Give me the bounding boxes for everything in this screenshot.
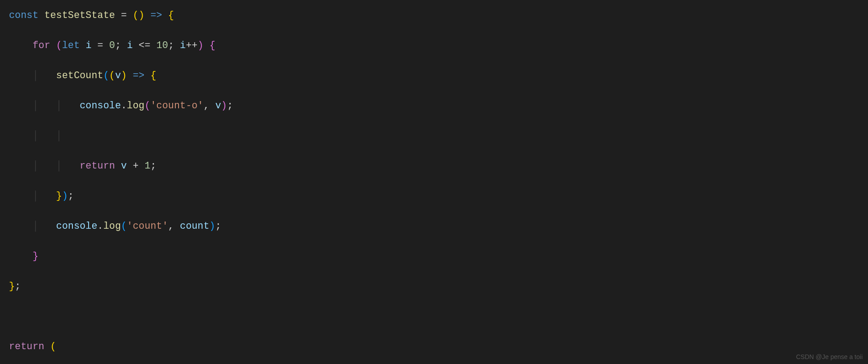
code-line bbox=[9, 309, 868, 324]
code-line: │ }); bbox=[9, 189, 868, 204]
code-line: │ setCount((v) => { bbox=[9, 68, 868, 84]
code-line: for (let i = 0; i <= 10; i++) { bbox=[9, 38, 868, 53]
code-line: } bbox=[9, 249, 868, 264]
code-line: }; bbox=[9, 279, 868, 294]
code-line: │ │ return v + 1; bbox=[9, 159, 868, 174]
watermark-text: CSDN @Je pense a toii bbox=[796, 353, 863, 360]
code-line: │ │ bbox=[9, 129, 868, 144]
code-line: │ console.log('count', count); bbox=[9, 219, 868, 234]
code-line: │ │ console.log('count-o', v); bbox=[9, 98, 868, 114]
code-line: const testSetState = () => { bbox=[9, 8, 868, 23]
code-line: return ( bbox=[9, 339, 868, 355]
code-editor[interactable]: const testSetState = () => { for (let i … bbox=[0, 0, 868, 364]
